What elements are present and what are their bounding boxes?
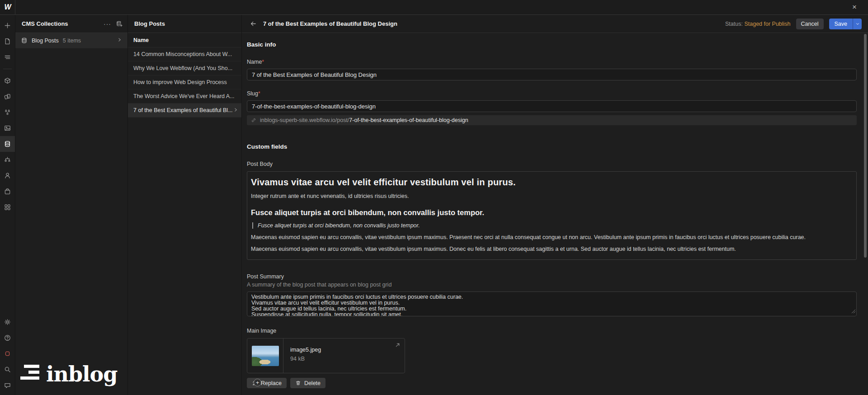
scrollbar-thumb[interactable] [864,34,867,258]
required-asterisk: * [258,90,260,97]
webflow-logo[interactable]: W [0,0,15,15]
save-button[interactable]: Save [829,19,853,29]
chevron-right-icon [233,107,238,114]
post-body-editor[interactable]: Vivamus vitae arcu vel velit efficitur v… [247,171,857,260]
rich-text-paragraph: Maecenas euismod sapien eu arcu convalli… [251,246,852,252]
assets-icon[interactable] [0,120,15,136]
resize-handle-icon[interactable] [852,308,855,315]
post-summary-textarea[interactable]: Vestibulum ante ipsum primis in faucibus… [247,292,857,316]
editor-header: 7 of the Best Examples of Beautiful Blog… [242,15,868,33]
search-icon[interactable] [0,362,15,377]
collections-panel-header: CMS Collections ··· [15,15,127,33]
settings-icon[interactable] [0,314,15,330]
link-icon [251,118,256,123]
cancel-button[interactable]: Cancel [796,19,824,29]
pages-icon[interactable] [0,33,15,49]
post-body-label: Post Body [247,161,857,167]
save-options-button[interactable] [853,19,862,29]
chat-icon[interactable] [0,377,15,393]
components-icon[interactable] [0,73,15,89]
scrollbar[interactable] [864,33,867,393]
editor-title: 7 of the Best Examples of Beautiful Blog… [263,20,397,27]
ecommerce-icon[interactable] [0,183,15,199]
name-field-label: Name* [247,59,857,65]
post-list-item[interactable]: Why We Love Webflow (And You Sho... [128,61,241,75]
styles-icon[interactable] [0,89,15,104]
collection-name: Blog Posts [32,38,59,44]
back-icon[interactable] [248,19,258,29]
main-layout: CMS Collections ··· Blog Posts 5 items B… [0,15,868,395]
collection-database-icon [21,37,28,44]
webflow-designer-window: W × [0,0,868,395]
apps-icon[interactable] [0,199,15,215]
rich-text-blockquote: Fusce aliquet turpis at orci bibendum, n… [252,222,852,229]
post-list-item[interactable]: How to improve Web Design Process [128,75,241,89]
variables-icon[interactable] [0,104,15,120]
name-label-text: Name [247,59,262,65]
navigator-icon[interactable] [0,49,15,65]
status-indicator-icon[interactable] [0,346,15,362]
plus-cursor-icon: + [254,379,261,386]
main-image-card: image5.jpeg 94 kB [247,338,405,373]
help-icon[interactable] [0,330,15,346]
collection-item-count: 5 items [63,38,81,44]
post-summary-field: Vestibulum ante ipsum primis in faucibus… [247,292,857,316]
toolbar-bottom-group [0,314,15,393]
posts-column-header: Name [128,33,241,47]
expand-icon[interactable] [395,342,401,349]
main-image-thumbnail[interactable] [252,346,279,366]
status-value: Staged for Publish [744,21,790,27]
add-collection-icon[interactable] [116,20,123,28]
slug-url-preview: inblogs-superb-site.webflow.io/post/7-of… [247,115,857,125]
slug-label-text: Slug [247,90,258,97]
status-label: Status: [725,21,743,27]
post-summary-help: A summary of the blog post that appears … [247,282,857,288]
image-filesize: 94 kB [290,356,321,362]
cms-icon[interactable] [0,136,15,152]
inblog-logo: inblog [20,363,117,385]
post-editor: 7 of the Best Examples of Beautiful Blog… [242,15,868,395]
top-bar: W × [0,0,868,15]
url-slug: 7-of-the-best-examples-of-beautiful-blog… [349,117,468,123]
custom-fields-heading: Custom fields [247,143,857,150]
publish-status: Status: Staged for Publish [725,21,791,27]
save-button-group: Save [829,19,862,29]
post-list-item[interactable]: The Worst Advice We've Ever Heard A... [128,89,241,103]
post-list-item-selected[interactable]: 7 of the Best Examples of Beautiful Bl..… [128,103,241,118]
chevron-right-icon [117,37,122,44]
rich-text-heading2: Fusce aliquet turpis at orci bibendum, n… [251,208,852,217]
post-list-item[interactable]: 14 Common Misconceptions About W... [128,47,241,61]
rich-text-heading1: Vivamus vitae arcu vel velit efficitur v… [251,177,852,188]
url-prefix: inblogs-superb-site.webflow.io/post/ [260,117,349,123]
collection-item-blog-posts[interactable]: Blog Posts 5 items [15,33,127,48]
post-list-item-label: 7 of the Best Examples of Beautiful Bl..… [133,107,233,113]
more-options-icon[interactable]: ··· [104,22,111,26]
users-icon[interactable] [0,168,15,183]
collections-panel-title: CMS Collections [22,20,68,27]
main-image-label: Main Image [247,328,857,334]
image-actions: Replace Delete [247,378,857,388]
slug-input[interactable] [247,100,857,112]
logic-icon[interactable] [0,152,15,168]
image-meta: image5.jpeg 94 kB [283,339,321,373]
close-icon[interactable]: × [849,2,860,13]
rich-text-paragraph: Maecenas euismod sapien eu arcu convalli… [251,234,852,240]
trash-icon [295,380,301,386]
posts-list: 14 Common Misconceptions About W... Why … [128,47,241,118]
replace-label: Replace [261,380,282,386]
rich-text-paragraph: Integer rutrum ante et nunc venenatis, i… [251,193,852,199]
name-input[interactable] [247,69,857,80]
posts-panel-title: Blog Posts [134,20,165,27]
cms-collections-panel: CMS Collections ··· Blog Posts 5 items [15,15,128,395]
blog-posts-panel: Blog Posts Name 14 Common Misconceptions… [128,15,242,395]
replace-image-button[interactable]: Replace [247,378,287,388]
webflow-logo-icon: W [4,3,10,11]
inblog-logo-text: inblog [46,363,117,385]
chevron-down-icon [855,22,860,26]
add-icon[interactable] [0,18,15,33]
delete-image-button[interactable]: Delete [290,378,326,388]
required-asterisk: * [262,59,264,65]
editor-form: Basic info Name* Slug* inblogs-superb-si… [242,33,868,395]
delete-label: Delete [304,380,321,386]
left-toolbar [0,15,15,395]
